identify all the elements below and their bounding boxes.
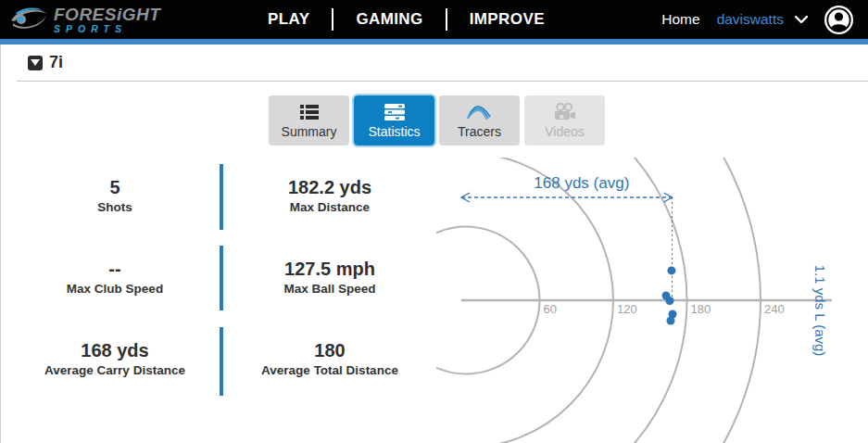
content-panel: 7i Summary — [0, 44, 868, 443]
tab-label: Summary — [282, 124, 337, 139]
stat-max-ball-speed: 127.5 mph Max Ball Speed — [233, 259, 427, 297]
collapse-toggle-icon[interactable] — [28, 56, 43, 70]
nav-item-play[interactable]: PLAY — [264, 10, 313, 29]
stat-value: 5 — [18, 177, 212, 198]
svg-text:180: 180 — [691, 302, 711, 316]
stat-max-club-speed: -- Max Club Speed — [18, 259, 212, 297]
brand-subname: SPORTS — [54, 24, 160, 34]
tab-label: Videos — [545, 124, 585, 139]
top-nav: FORESiGHT SPORTS PLAY GAMING IMPROVE Hom… — [0, 0, 868, 39]
stat-value: 182.2 yds — [233, 177, 427, 198]
brand-text: FORESiGHT SPORTS — [54, 6, 160, 34]
stat-value: 168 yds — [18, 340, 212, 361]
stat-label: Max Ball Speed — [233, 280, 427, 297]
tab-label: Statistics — [368, 124, 420, 139]
profile-avatar-icon[interactable] — [824, 6, 853, 34]
stat-avg-carry: 168 yds Average Carry Distance — [18, 340, 212, 379]
stat-label: Max Distance — [233, 198, 427, 216]
tab-tracers[interactable]: Tracers — [439, 95, 520, 146]
video-camera-icon: x — [553, 103, 577, 121]
stat-label: Average Total Distance — [233, 361, 427, 379]
tab-statistics[interactable]: Statistics — [354, 95, 434, 146]
main-menu: PLAY GAMING IMPROVE — [264, 0, 548, 39]
svg-text:60: 60 — [544, 302, 557, 316]
tracer-arc-icon — [467, 103, 493, 121]
stat-value: 180 — [233, 340, 427, 361]
club-name: 7i — [49, 53, 63, 72]
app-window: FORESiGHT SPORTS PLAY GAMING IMPROVE Hom… — [0, 0, 868, 443]
brand-logo[interactable]: FORESiGHT SPORTS — [0, 4, 160, 35]
eye-logo-icon — [7, 4, 50, 35]
stat-label: Max Club Speed — [18, 280, 212, 297]
stat-label: Average Carry Distance — [18, 361, 212, 379]
stat-value: -- — [18, 259, 212, 280]
nav-right: Home daviswatts — [661, 0, 853, 39]
stat-divider — [220, 246, 223, 310]
home-link[interactable]: Home — [661, 11, 699, 28]
stat-avg-total: 180 Average Total Distance — [233, 340, 427, 379]
svg-text:120: 120 — [617, 302, 637, 316]
stat-max-distance: 182.2 yds Max Distance — [233, 177, 427, 216]
dispersion-chart: 60120180240168 yds (avg)1.1 yds L (avg) — [436, 158, 868, 443]
svg-text:1.1 yds L (avg): 1.1 yds L (avg) — [812, 265, 828, 357]
tab-summary[interactable]: Summary — [269, 95, 349, 146]
stat-divider — [220, 327, 223, 396]
stat-divider — [220, 164, 223, 230]
tab-videos: x Videos — [524, 95, 605, 146]
nav-item-gaming[interactable]: GAMING — [352, 10, 426, 29]
stat-label: Shots — [18, 198, 212, 216]
stats-bars-icon — [384, 103, 405, 121]
list-icon — [300, 103, 319, 121]
club-header: 7i — [28, 53, 63, 72]
section-divider — [17, 81, 868, 82]
svg-text:x: x — [560, 111, 564, 120]
nav-separator — [446, 8, 447, 31]
tab-label: Tracers — [458, 124, 501, 139]
username-link[interactable]: daviswatts — [717, 11, 784, 28]
view-tabs: Summary Statistics — [269, 95, 605, 146]
brand-name: FORESiGHT — [54, 6, 160, 23]
nav-separator — [332, 8, 333, 31]
svg-text:240: 240 — [764, 302, 785, 316]
stat-shots: 5 Shots — [18, 177, 212, 216]
nav-item-improve[interactable]: IMPROVE — [466, 10, 548, 29]
svg-text:168 yds (avg): 168 yds (avg) — [534, 174, 629, 192]
chevron-down-icon[interactable] — [795, 16, 808, 24]
stat-value: 127.5 mph — [233, 259, 427, 280]
